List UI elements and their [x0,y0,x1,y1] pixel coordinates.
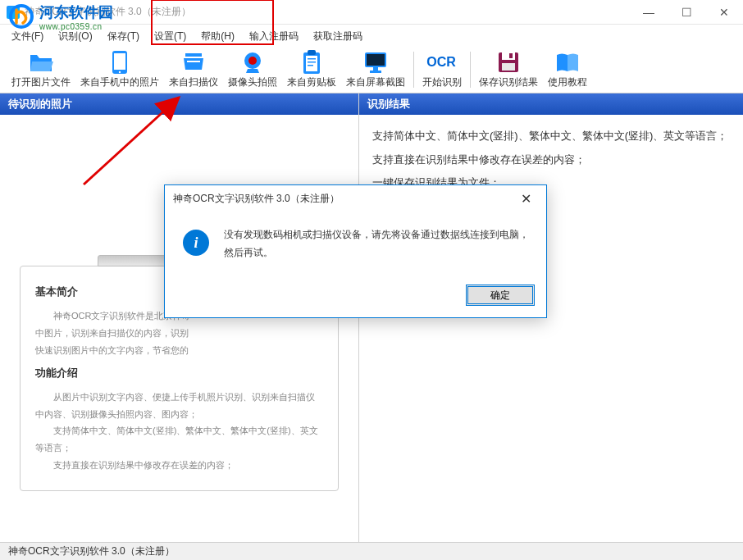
maximize-button[interactable]: ☐ [668,0,705,25]
svg-rect-17 [370,71,381,73]
toolbar-from-clipboard[interactable]: 来自剪贴板 [282,48,341,92]
left-panel: 待识别的照片 基本简介 神奇OCR文字识别软件是北京神奇 中图片，识别来自扫描仪… [0,93,359,544]
scanner-icon [180,49,207,75]
info-text: 支持简体中文、简体中文(竖排)、繁体中文、繁体中文(竖排)、英文等语言； [35,422,323,457]
toolbar-separator [470,52,471,88]
info-text: 支持直接在识别结果中修改存在误差的内容； [35,457,323,474]
menu-recognize[interactable]: 识别(O) [52,28,98,45]
phone-icon [107,49,133,75]
folder-icon [28,49,54,75]
result-line: 支持简体中文、简体中文(竖排)、繁体中文、繁体中文(竖排)、英文等语言； [372,125,730,148]
dialog-ok-button[interactable]: 确定 [466,285,535,306]
svg-rect-4 [185,53,202,57]
message-dialog: 神奇OCR文字识别软件 3.0（未注册） ✕ i 没有发现数码相机或扫描仪设备，… [164,184,547,318]
svg-rect-15 [367,54,385,66]
toolbar-from-clipboard-label: 来自剪贴板 [287,75,336,89]
svg-rect-5 [187,61,200,62]
menu-save[interactable]: 保存(T) [101,28,146,45]
toolbar-separator [413,52,414,88]
app-icon [7,6,20,19]
menubar: 文件(F) 识别(O) 保存(T) 设置(T) 帮助(H) 输入注册码 获取注册… [0,26,743,46]
toolbar-save-result-label: 保存识别结果 [479,75,538,89]
svg-rect-19 [502,52,515,60]
ocr-icon: OCR [429,49,455,75]
right-panel: 识别结果 支持简体中文、简体中文(竖排)、繁体中文、繁体中文(竖排)、英文等语言… [359,93,743,544]
svg-rect-10 [308,50,316,55]
info-text: 从图片中识别文字内容、便捷上传手机照片识别、识别来自扫描仪中内容、识别摄像头拍照… [35,389,323,423]
menu-register[interactable]: 输入注册码 [243,28,305,45]
menu-settings[interactable]: 设置(T) [148,28,193,45]
svg-rect-21 [502,63,515,71]
dialog-title-text: 神奇OCR文字识别软件 3.0（未注册） [173,192,340,206]
info-text: 中图片，识别来自扫描仪的内容，识别 [35,325,323,342]
info-text: 快速识别图片中的文字内容，节省您的 [35,342,323,359]
toolbar-tutorial-label: 使用教程 [548,75,587,89]
titlebar: 神奇OCR文字识别软件 3.0（未注册） — ☐ ✕ [0,0,743,25]
menu-getcode[interactable]: 获取注册码 [307,28,369,45]
book-icon [554,49,581,75]
right-panel-header: 识别结果 [359,93,743,115]
info-section2-title: 功能介绍 [35,366,323,380]
toolbar-from-camera-label: 摄像头拍照 [228,75,277,89]
toolbar-from-phone-label: 来自手机中的照片 [80,75,159,89]
left-panel-body: 基本简介 神奇OCR文字识别软件是北京神奇 中图片，识别来自扫描仪的内容，识别 … [0,115,358,544]
svg-point-7 [248,57,257,65]
toolbar-from-scanner-label: 来自扫描仪 [169,75,218,89]
toolbar-tutorial[interactable]: 使用教程 [543,48,592,92]
menu-help[interactable]: 帮助(H) [194,28,241,45]
toolbar-open-file-label: 打开图片文件 [11,75,71,89]
clipboard-icon [299,49,325,75]
right-panel-body[interactable]: 支持简体中文、简体中文(竖排)、繁体中文、繁体中文(竖排)、英文等语言； 支持直… [359,115,743,544]
menu-file[interactable]: 文件(F) [5,28,50,45]
dialog-titlebar: 神奇OCR文字识别软件 3.0（未注册） ✕ [165,185,546,212]
toolbar-from-scanner[interactable]: 来自扫描仪 [164,48,223,92]
svg-rect-11 [308,58,316,60]
webcam-icon [239,49,266,75]
svg-rect-13 [308,65,313,66]
svg-rect-12 [308,61,316,63]
toolbar-start-ocr[interactable]: OCR 开始识别 [417,48,467,92]
toolbar: 打开图片文件 来自手机中的照片 来自扫描仪 摄像头拍照 来自剪贴板 来自屏幕截图… [0,46,743,93]
window-title: 神奇OCR文字识别软件 3.0（未注册） [25,5,191,19]
close-button[interactable]: ✕ [705,0,743,25]
result-line: 支持直接在识别结果中修改存在误差的内容； [372,148,730,172]
statusbar: 神奇OCR文字识别软件 3.0（未注册） [0,542,743,560]
left-panel-header: 待识别的照片 [0,93,358,115]
monitor-icon [362,49,389,75]
svg-rect-9 [306,56,317,71]
dialog-close-button[interactable]: ✕ [513,189,538,208]
toolbar-from-screenshot-label: 来自屏幕截图 [346,75,405,89]
svg-rect-20 [509,53,513,58]
minimize-button[interactable]: — [630,0,668,25]
toolbar-open-file[interactable]: 打开图片文件 [7,48,75,92]
dialog-message: 没有发现数码相机或扫描仪设备，请先将设备通过数据线连接到电脑，然后再试。 [224,226,530,262]
toolbar-from-camera[interactable]: 摄像头拍照 [223,48,282,92]
toolbar-from-phone[interactable]: 来自手机中的照片 [75,48,164,92]
toolbar-from-screenshot[interactable]: 来自屏幕截图 [341,48,410,92]
status-text: 神奇OCR文字识别软件 3.0（未注册） [8,544,175,558]
toolbar-start-ocr-label: 开始识别 [422,75,462,89]
save-icon [495,49,522,75]
svg-rect-16 [373,67,378,71]
svg-point-3 [119,71,121,73]
svg-rect-2 [114,53,125,70]
info-icon: i [183,230,209,256]
toolbar-save-result[interactable]: 保存识别结果 [474,48,543,92]
